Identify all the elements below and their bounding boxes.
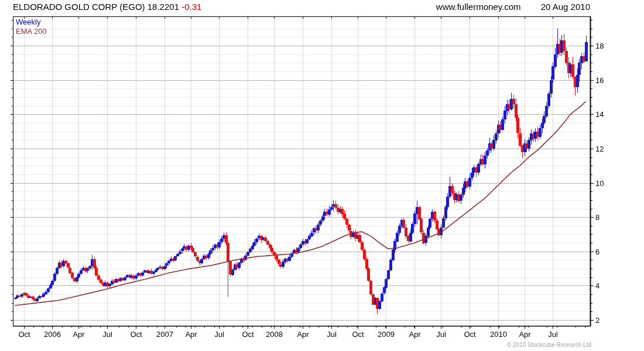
legend-timeframe: Weekly [16, 18, 40, 26]
chart-title: ELDORADO GOLD CORP (EGO) 18.2201 -0.31 [13, 2, 201, 12]
chart-window: ELDORADO GOLD CORP (EGO) 18.2201 -0.31 w… [0, 0, 644, 351]
legend-ema-200: EMA 200 [16, 27, 47, 35]
price-change: -0.31 [181, 2, 201, 12]
copyright-notice: © 2010 Stockcube Research Ltd [507, 342, 591, 348]
price-chart-canvas [0, 0, 644, 351]
last-price: 18.2201 [148, 2, 179, 12]
website-watermark: www.fullermoney.com [436, 2, 521, 12]
chart-date: 20 Aug 2010 [541, 2, 590, 12]
symbol-title: ELDORADO GOLD CORP (EGO) [13, 2, 145, 12]
header-right: www.fullermoney.com 20 Aug 2010 [436, 2, 590, 12]
